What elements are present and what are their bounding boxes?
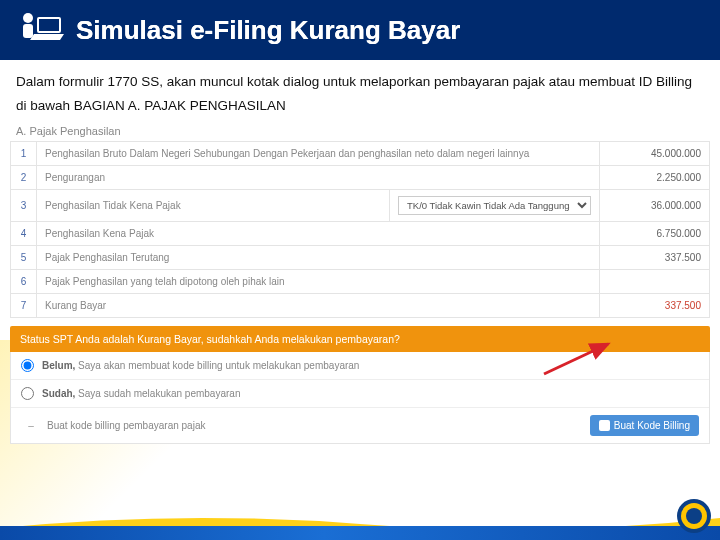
- section-heading: A. Pajak Penghasilan: [0, 123, 720, 141]
- table-row: 5Pajak Penghasilan Terutang337.500: [11, 246, 710, 270]
- row-number: 6: [11, 270, 37, 294]
- row-value: 6.750.000: [600, 222, 710, 246]
- row-number: 7: [11, 294, 37, 318]
- radio-sudah[interactable]: [21, 387, 34, 400]
- ptkp-select[interactable]: TK/0 Tidak Kawin Tidak Ada Tanggunga: [398, 196, 591, 215]
- row-label: Penghasilan Kena Pajak: [37, 222, 600, 246]
- svg-line-3: [544, 344, 608, 374]
- slide-header: Simulasi e-Filing Kurang Bayar: [0, 0, 720, 60]
- row-select-cell: TK/0 Tidak Kawin Tidak Ada Tanggunga: [390, 190, 600, 222]
- ministry-logo: [676, 498, 712, 534]
- table-row: 2Pengurangan2.250.000: [11, 166, 710, 190]
- row-label: Penghasilan Bruto Dalam Negeri Sehubunga…: [37, 142, 600, 166]
- buat-kode-label: Buat kode billing pembayaran pajak: [47, 420, 205, 431]
- row-number: 2: [11, 166, 37, 190]
- table-row: 4Penghasilan Kena Pajak6.750.000: [11, 222, 710, 246]
- tax-table: 1Penghasilan Bruto Dalam Negeri Sehubung…: [10, 141, 710, 318]
- red-arrow-annotation: [540, 338, 620, 378]
- row-value: 337.500: [600, 246, 710, 270]
- row-number: 4: [11, 222, 37, 246]
- row-value: 45.000.000: [600, 142, 710, 166]
- dash-icon: –: [21, 420, 41, 431]
- svg-rect-1: [23, 24, 33, 38]
- svg-point-6: [686, 508, 702, 524]
- description-text: Dalam formulir 1770 SS, akan muncul kota…: [0, 60, 720, 123]
- table-row: 3Penghasilan Tidak Kena PajakTK/0 Tidak …: [11, 190, 710, 222]
- user-computer-icon: [14, 10, 64, 50]
- row-number: 1: [11, 142, 37, 166]
- row-label: Pengurangan: [37, 166, 600, 190]
- document-icon: [599, 420, 610, 431]
- table-row: 7Kurang Bayar337.500: [11, 294, 710, 318]
- svg-rect-2: [38, 18, 60, 32]
- radio-belum[interactable]: [21, 359, 34, 372]
- row-value: [600, 270, 710, 294]
- slide-title: Simulasi e-Filing Kurang Bayar: [76, 15, 460, 46]
- row-value: 337.500: [600, 294, 710, 318]
- option-sudah[interactable]: Sudah, Saya sudah melakukan pembayaran: [11, 380, 709, 408]
- row-number: 3: [11, 190, 37, 222]
- row-value: 2.250.000: [600, 166, 710, 190]
- table-row: 1Penghasilan Bruto Dalam Negeri Sehubung…: [11, 142, 710, 166]
- row-label: Pajak Penghasilan Terutang: [37, 246, 600, 270]
- svg-point-0: [23, 13, 33, 23]
- row-label: Kurang Bayar: [37, 294, 600, 318]
- option-buat-kode: – Buat kode billing pembayaran pajak Bua…: [11, 408, 709, 443]
- table-row: 6Pajak Penghasilan yang telah dipotong o…: [11, 270, 710, 294]
- row-number: 5: [11, 246, 37, 270]
- row-value: 36.000.000: [600, 190, 710, 222]
- row-label: Penghasilan Tidak Kena Pajak: [37, 190, 390, 222]
- buat-kode-billing-button[interactable]: Buat Kode Billing: [590, 415, 699, 436]
- footer-band: [0, 526, 720, 540]
- row-label: Pajak Penghasilan yang telah dipotong ol…: [37, 270, 600, 294]
